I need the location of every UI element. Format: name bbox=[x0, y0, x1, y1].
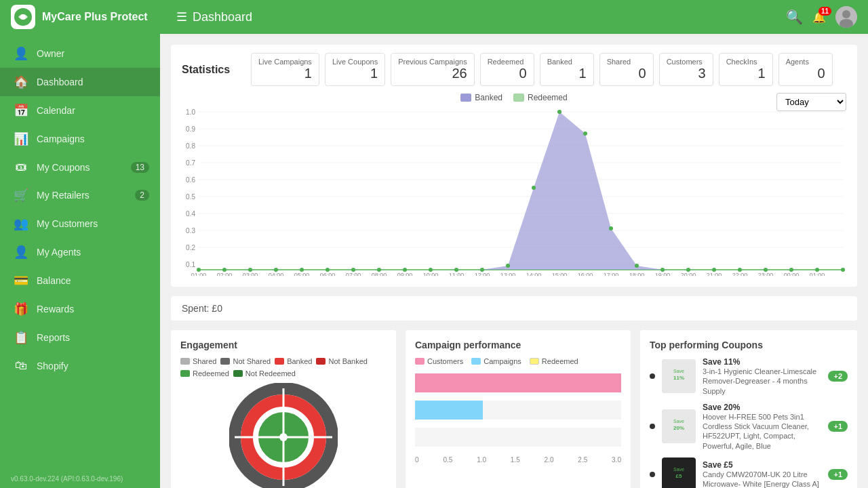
svg-text:06:00: 06:00 bbox=[320, 272, 336, 276]
agents-icon: 👤 bbox=[14, 245, 28, 260]
shared-box bbox=[180, 358, 190, 365]
svg-text:0.6: 0.6 bbox=[186, 176, 195, 184]
coupon-info-1: Save 20% Hoover H-FREE 500 Pets 3in1 Cor… bbox=[703, 403, 821, 451]
svg-text:Save: Save bbox=[673, 419, 684, 424]
stat-title-banked: Banked bbox=[547, 58, 587, 66]
banked-eng-label: Banked bbox=[287, 357, 312, 365]
campaign-performance-panel: Campaign performance Customers Campaigns… bbox=[406, 330, 631, 488]
dashboard-icon: 🏠 bbox=[14, 75, 28, 89]
hamburger-icon[interactable]: ☰ bbox=[176, 9, 187, 24]
svg-text:0.3: 0.3 bbox=[186, 227, 195, 235]
stat-card-live-coupons: Live Coupons 1 bbox=[325, 53, 385, 86]
svg-text:0.7: 0.7 bbox=[186, 159, 195, 167]
owner-icon: 👤 bbox=[14, 46, 28, 61]
svg-point-39 bbox=[532, 186, 536, 190]
axis-0: 0 bbox=[415, 456, 419, 464]
sidebar-item-reports[interactable]: 📋 Reports bbox=[0, 323, 160, 352]
eng-legend-shared: Shared bbox=[180, 357, 216, 365]
engagement-panel: Engagement Shared Not Shared Banked bbox=[171, 330, 396, 488]
stats-cards: Live Campaigns 1 Live Coupons 1 Previous… bbox=[251, 53, 846, 86]
svg-text:11%: 11% bbox=[673, 375, 684, 381]
sidebar-item-shopify[interactable]: 🛍 Shopify bbox=[0, 352, 160, 380]
sidebar-item-campaigns[interactable]: 📊 Campaigns bbox=[0, 125, 160, 153]
svg-text:20:00: 20:00 bbox=[681, 272, 696, 276]
stat-card-customers: Customers 3 bbox=[659, 53, 713, 86]
sidebar-item-my-retailers[interactable]: 🛒 My Retailers 2 bbox=[0, 181, 160, 209]
bar-fill-customers bbox=[415, 373, 621, 392]
coupon-list: Save11% Save 11% 3-in-1 Hygienic Cleaner… bbox=[650, 357, 848, 488]
campaign-perf-title: Campaign performance bbox=[415, 340, 621, 350]
stat-title-live-coupons: Live Coupons bbox=[332, 58, 378, 66]
stat-card-shared: Shared 0 bbox=[599, 53, 654, 86]
notif-count: 11 bbox=[818, 7, 831, 16]
notification-bell[interactable]: 🔔 11 bbox=[812, 11, 826, 24]
customers-perf-label: Customers bbox=[427, 357, 463, 365]
stat-title-checkins: CheckIns bbox=[726, 58, 766, 66]
stat-card-agents: Agents 0 bbox=[778, 53, 833, 86]
axis-25: 2.5 bbox=[578, 456, 587, 464]
sidebar-item-rewards[interactable]: 🎁 Rewards bbox=[0, 295, 160, 323]
axis-15: 1.5 bbox=[511, 456, 520, 464]
svg-text:04:00: 04:00 bbox=[269, 272, 284, 276]
chart-dropdown[interactable]: Today This Week This Month This Year bbox=[776, 93, 846, 111]
search-icon[interactable]: 🔍 bbox=[786, 9, 803, 25]
coupon-badge-0: +2 bbox=[828, 371, 848, 382]
svg-text:01:00: 01:00 bbox=[191, 272, 207, 276]
coupons-icon: 🎟 bbox=[14, 160, 28, 174]
coupon-badge-2: +1 bbox=[828, 469, 848, 480]
svg-text:0.1: 0.1 bbox=[186, 261, 195, 268]
sidebar-item-calendar[interactable]: 📅 Calendar bbox=[0, 96, 160, 125]
stat-value-redeemed: 0 bbox=[488, 66, 527, 81]
shopify-icon: 🛍 bbox=[14, 359, 28, 373]
page-title: Dashboard bbox=[193, 10, 252, 24]
sidebar-label-owner: Owner bbox=[37, 48, 64, 59]
coupons-badge: 13 bbox=[131, 162, 149, 173]
stat-card-checkins: CheckIns 1 bbox=[719, 53, 773, 86]
svg-text:16:00: 16:00 bbox=[578, 272, 593, 276]
svg-text:10:00: 10:00 bbox=[423, 272, 439, 276]
eng-legend-banked: Banked bbox=[275, 357, 312, 365]
eng-legend-not-shared: Not Shared bbox=[220, 357, 271, 365]
engagement-title: Engagement bbox=[180, 340, 387, 350]
stat-value-shared: 0 bbox=[607, 66, 646, 81]
calendar-icon: 📅 bbox=[14, 103, 28, 118]
svg-text:13:00: 13:00 bbox=[500, 272, 516, 276]
spent-bar: Spent: £0 bbox=[171, 296, 857, 321]
eng-legend-not-banked: Not Banked bbox=[316, 357, 367, 365]
user-avatar[interactable] bbox=[835, 6, 857, 28]
bar-row-campaigns bbox=[415, 401, 621, 420]
topbar-actions: 🔍 🔔 11 bbox=[786, 6, 857, 28]
sidebar-label-balance: Balance bbox=[37, 275, 71, 286]
bar-row-redeemed bbox=[415, 428, 621, 447]
bar-bg-customers bbox=[415, 373, 621, 392]
campaigns-perf-box bbox=[471, 358, 481, 365]
sidebar-item-my-agents[interactable]: 👤 My Agents bbox=[0, 238, 160, 266]
chart-svg: 1.0 0.9 0.8 0.7 0.6 0.5 0.4 0.3 0.2 0.1 bbox=[182, 106, 846, 279]
stat-title-live-campaigns: Live Campaigns bbox=[258, 58, 312, 66]
sidebar-item-my-customers[interactable]: 👥 My Customers bbox=[0, 209, 160, 238]
app-name: MyCare Plus Protect bbox=[42, 11, 148, 23]
sidebar-item-dashboard[interactable]: 🏠 Dashboard bbox=[0, 68, 160, 96]
svg-text:1.0: 1.0 bbox=[186, 108, 195, 116]
svg-text:0.8: 0.8 bbox=[186, 142, 195, 150]
donut-chart bbox=[180, 383, 387, 488]
svg-text:0.5: 0.5 bbox=[186, 193, 195, 201]
svg-point-83 bbox=[279, 433, 288, 441]
axis-30: 3.0 bbox=[612, 456, 621, 464]
retailers-icon: 🛒 bbox=[14, 188, 28, 203]
redeemed-eng-label: Redeemed bbox=[193, 369, 229, 378]
svg-point-38 bbox=[506, 264, 510, 268]
sidebar-item-my-coupons[interactable]: 🎟 My Coupons 13 bbox=[0, 153, 160, 181]
bar-fill-campaigns bbox=[415, 401, 483, 420]
stat-card-redeemed: Redeemed 0 bbox=[480, 53, 534, 86]
sidebar-item-balance[interactable]: 💳 Balance bbox=[0, 266, 160, 295]
banked-legend-box bbox=[460, 94, 471, 102]
time-period-select[interactable]: Today This Week This Month This Year bbox=[776, 93, 846, 111]
not-redeemed-box bbox=[233, 370, 243, 377]
spent-label: Spent: £0 bbox=[182, 303, 222, 314]
main-layout: 👤 Owner 🏠 Dashboard 📅 Calendar 📊 Campaig… bbox=[0, 34, 868, 488]
coupon-item-2: Save£5 Save £5 Candy CMW2070M-UK 20 Litr… bbox=[650, 458, 848, 488]
sidebar-item-owner[interactable]: 👤 Owner bbox=[0, 39, 160, 68]
svg-text:0.2: 0.2 bbox=[186, 244, 195, 251]
axis-20: 2.0 bbox=[545, 456, 554, 464]
